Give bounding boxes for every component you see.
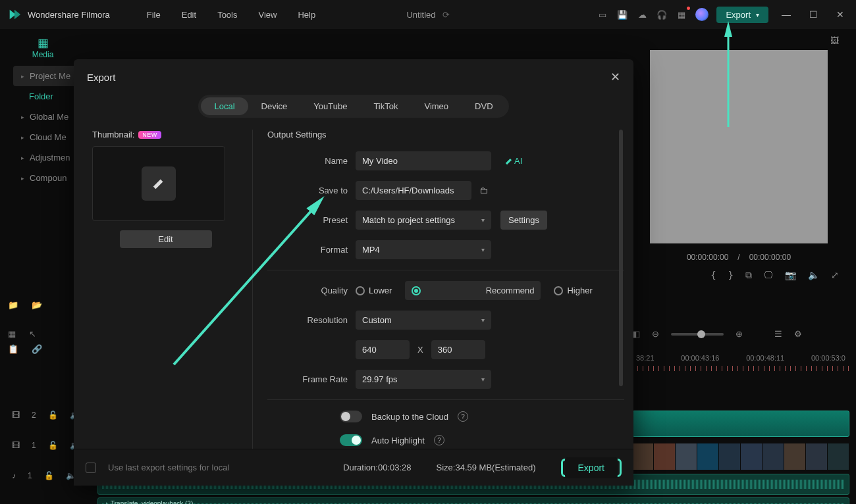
export-dialog: Export ✕ Local Device YouTube TikTok Vim… xyxy=(74,59,633,486)
framerate-label: Frame Rate xyxy=(267,374,356,384)
window-minimize[interactable]: — xyxy=(776,9,796,20)
tab-tiktok[interactable]: TikTok xyxy=(360,97,411,115)
framerate-select[interactable]: 29.97 fps▾ xyxy=(356,370,491,389)
ai-avatar-icon[interactable] xyxy=(695,8,709,21)
folder-icon[interactable]: 🗀 xyxy=(479,186,488,195)
auto-highlight-label: Auto Highlight xyxy=(371,436,425,445)
menu-file[interactable]: File xyxy=(136,10,171,20)
resolution-label: Resolution xyxy=(267,315,356,325)
preset-label: Preset xyxy=(267,215,356,225)
scrollbar[interactable] xyxy=(619,130,623,386)
menu-help[interactable]: Help xyxy=(287,10,326,20)
chevron-down-icon: ▾ xyxy=(756,11,759,18)
quality-recommend[interactable]: Recommend xyxy=(405,281,541,300)
window-maximize[interactable]: ☐ xyxy=(804,9,823,20)
sync-icon[interactable]: ⟳ xyxy=(442,10,450,20)
help-icon[interactable]: ? xyxy=(458,411,468,422)
duration-info: Duration:00:03:28 xyxy=(343,463,411,472)
quality-lower[interactable]: Lower xyxy=(356,281,392,300)
output-settings-title: Output Settings xyxy=(267,130,624,139)
auto-highlight-toggle[interactable] xyxy=(340,434,362,446)
app-title: Wondershare Filmora xyxy=(28,10,110,20)
divider xyxy=(267,270,624,270)
chevron-down-icon: ▾ xyxy=(481,216,485,224)
music-icon: ♪ xyxy=(105,500,108,504)
top-menu-bar: Wondershare Filmora File Edit Tools View… xyxy=(0,0,856,29)
chevron-down-icon: ▾ xyxy=(481,246,485,253)
quality-label: Quality xyxy=(267,286,356,295)
use-last-settings-checkbox[interactable] xyxy=(86,463,96,473)
export-top-label: Export xyxy=(726,10,751,20)
backup-cloud-toggle[interactable] xyxy=(340,411,362,422)
format-select[interactable]: MP4▾ xyxy=(356,240,491,259)
monitor-icon[interactable]: ▭ xyxy=(597,9,608,20)
headset-icon[interactable]: 🎧 xyxy=(656,9,668,20)
help-icon[interactable]: ? xyxy=(434,435,444,445)
name-label: Name xyxy=(267,156,356,166)
edit-button[interactable]: Edit xyxy=(120,230,212,248)
cloud-icon[interactable]: ☁ xyxy=(636,9,648,20)
saveto-label: Save to xyxy=(267,186,356,195)
close-icon[interactable]: ✕ xyxy=(610,70,620,84)
menu-view[interactable]: View xyxy=(248,10,287,20)
tab-vimeo[interactable]: Vimeo xyxy=(411,97,462,115)
document-title: Untitled ⟳ xyxy=(406,10,449,20)
x-separator: X xyxy=(417,345,423,355)
backup-cloud-label: Backup to the Cloud xyxy=(371,412,448,422)
chevron-down-icon: ▾ xyxy=(481,316,485,324)
width-input[interactable] xyxy=(356,340,410,359)
quality-higher[interactable]: Higher xyxy=(554,281,592,300)
resolution-select[interactable]: Custom▾ xyxy=(356,311,491,330)
export-button-highlight: Export xyxy=(561,459,622,477)
save-icon[interactable]: 💾 xyxy=(616,9,628,20)
doc-name: Untitled xyxy=(406,10,435,20)
name-input[interactable] xyxy=(356,151,491,170)
dialog-title: Export xyxy=(87,72,115,83)
new-badge: NEW xyxy=(138,131,161,139)
settings-button[interactable]: Settings xyxy=(500,211,547,230)
export-button[interactable]: Export xyxy=(565,457,618,478)
divider xyxy=(267,399,624,400)
edit-thumbnail-icon[interactable] xyxy=(142,166,176,201)
thumbnail-label: Thumbnail: xyxy=(92,130,134,139)
height-input[interactable] xyxy=(431,340,485,359)
use-last-settings-label: Use last export settings for local xyxy=(108,463,229,472)
savepath-input[interactable] xyxy=(356,181,471,200)
tab-device[interactable]: Device xyxy=(248,97,301,115)
size-info: Size:34.59 MB(Estimated) xyxy=(437,463,536,472)
tab-local[interactable]: Local xyxy=(201,97,248,115)
audio-clip-name: Translate_videoplayback (2) xyxy=(111,500,193,504)
window-close[interactable]: ✕ xyxy=(831,9,849,20)
ai-name-button[interactable]: AI xyxy=(504,156,522,166)
menu-tools[interactable]: Tools xyxy=(207,10,248,20)
export-tabs: Local Device YouTube TikTok Vimeo DVD xyxy=(198,95,508,118)
tab-youtube[interactable]: YouTube xyxy=(300,97,360,115)
chevron-down-icon: ▾ xyxy=(481,376,485,383)
preset-select[interactable]: Match to project settings▾ xyxy=(356,211,491,230)
format-label: Format xyxy=(267,245,356,255)
app-logo xyxy=(7,7,22,22)
tab-dvd[interactable]: DVD xyxy=(462,97,506,115)
thumbnail-preview[interactable] xyxy=(92,146,225,221)
apps-icon[interactable]: ▦ xyxy=(676,9,687,20)
export-top-button[interactable]: Export ▾ xyxy=(716,7,768,23)
menu-edit[interactable]: Edit xyxy=(171,10,207,20)
